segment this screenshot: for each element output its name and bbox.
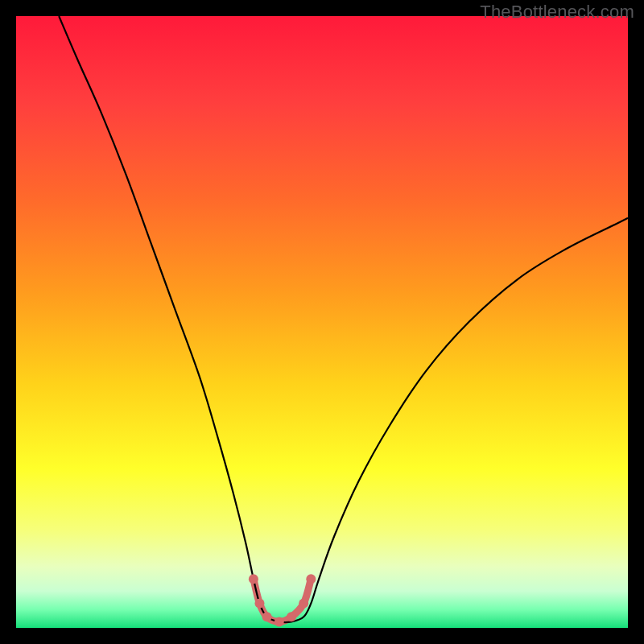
marker-point: [299, 599, 308, 609]
gradient-background: [16, 16, 628, 628]
plot-area: [16, 16, 628, 628]
marker-point: [262, 612, 272, 621]
marker-point: [254, 599, 264, 609]
chart-frame: TheBottleneck.com: [0, 0, 644, 644]
marker-point: [287, 612, 296, 621]
marker-point: [306, 574, 316, 584]
chart-svg: [16, 16, 628, 628]
marker-point: [275, 617, 284, 626]
watermark-text: TheBottleneck.com: [480, 2, 634, 23]
marker-point: [249, 574, 258, 584]
